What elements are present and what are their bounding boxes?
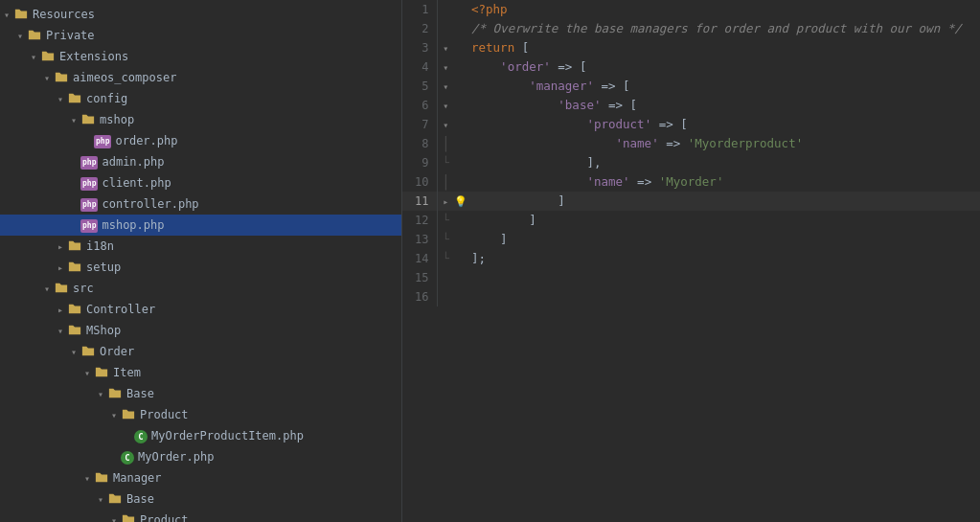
tree-label-src: src: [73, 282, 94, 295]
tree-item-product_dir2[interactable]: ▾Product: [0, 510, 401, 522]
tree-item-extensions[interactable]: ▾Extensions: [0, 46, 401, 67]
code-content-10: 'name' => 'Myorder': [467, 172, 980, 192]
fold-gutter-3[interactable]: ▾: [437, 38, 454, 57]
tree-item-base_dir1[interactable]: ▾Base: [0, 383, 401, 404]
tree-item-controller_dir[interactable]: ▸Controller: [0, 299, 401, 320]
tree-item-order_php[interactable]: phporder.php: [0, 130, 401, 151]
tree-item-src[interactable]: ▾src: [0, 278, 401, 299]
fold-gutter-5[interactable]: ▾: [437, 77, 454, 96]
fold-gutter-11[interactable]: ▸: [437, 192, 454, 211]
tree-arrow-resources: ▾: [0, 10, 13, 20]
tree-item-controller_php[interactable]: phpcontroller.php: [0, 193, 401, 215]
tree-label-admin_php: admin.php: [102, 155, 164, 169]
tree-item-manager_dir[interactable]: ▾Manager: [0, 467, 401, 488]
line-number-1: 1: [402, 0, 437, 19]
folder-icon-order_dir: [80, 344, 96, 359]
code-content-15: [467, 268, 980, 287]
line-number-9: 9: [402, 153, 437, 172]
fold-gutter-13[interactable]: └: [437, 230, 454, 249]
tree-item-setup[interactable]: ▸setup: [0, 257, 401, 278]
tree-label-order_dir: Order: [100, 345, 134, 358]
tree-label-base_dir1: Base: [126, 387, 154, 400]
fold-gutter-12[interactable]: └: [437, 211, 454, 230]
tree-item-mshop[interactable]: ▾mshop: [0, 109, 401, 130]
line-number-13: 13: [402, 230, 437, 249]
code-line-5: 5▾ 'manager' => [: [402, 77, 980, 96]
folder-icon-mshop_dir: [67, 323, 82, 338]
code-line-13: 13└ ]: [402, 230, 980, 249]
tree-item-mshop_dir[interactable]: ▾MShop: [0, 320, 401, 341]
tree-arrow-order_dir: ▾: [67, 347, 80, 357]
code-content-14: ];: [467, 249, 980, 268]
code-content-13: ]: [467, 230, 980, 249]
tree-label-setup: setup: [86, 261, 121, 274]
tree-item-config[interactable]: ▾config: [0, 88, 401, 109]
line-number-11: 11: [402, 192, 437, 211]
fold-open-icon: ▾: [443, 101, 448, 111]
fold-gutter-15[interactable]: [437, 268, 454, 287]
tree-item-private[interactable]: ▾Private: [0, 25, 401, 46]
fold-close-icon[interactable]: ▸: [443, 196, 448, 207]
folder-icon-i18n: [67, 238, 82, 254]
token: 'Myorder': [659, 174, 724, 189]
tree-arrow-private: ▾: [13, 31, 27, 41]
tree-arrow-i18n: ▸: [54, 241, 67, 252]
php-file-icon-controller_php: php: [80, 196, 98, 212]
fold-gutter-16[interactable]: [437, 287, 454, 306]
tree-item-myorder_php1[interactable]: CMyOrder.php: [0, 446, 401, 467]
tree-item-myorderproductitem_php[interactable]: CMyOrderProductItem.php: [0, 425, 401, 446]
token: /* Overwrite the base managers for order…: [471, 21, 962, 35]
token: 'base': [558, 98, 601, 112]
gutter-7: [454, 115, 467, 134]
tree-label-item_dir: Item: [113, 366, 141, 379]
tree-arrow-mshop_dir: ▾: [54, 326, 67, 336]
lightbulb-icon[interactable]: 💡: [454, 195, 467, 208]
fold-gutter-9[interactable]: └: [437, 153, 454, 172]
line-number-14: 14: [402, 249, 437, 268]
fold-line-icon: │: [442, 136, 449, 151]
tree-item-base_dir2[interactable]: ▾Base: [0, 488, 401, 510]
fold-gutter-1[interactable]: [437, 0, 454, 19]
gutter-16: [454, 287, 467, 306]
tree-arrow-config: ▾: [54, 94, 67, 104]
tree-label-controller_dir: Controller: [86, 303, 155, 316]
tree-item-client_php[interactable]: phpclient.php: [0, 172, 401, 193]
fold-gutter-7[interactable]: ▾: [437, 115, 454, 134]
tree-arrow-item_dir: ▾: [80, 368, 94, 378]
folder-icon-aimeos_composer: [54, 70, 69, 85]
fold-gutter-10[interactable]: │: [437, 172, 454, 192]
tree-item-resources[interactable]: ▾Resources: [0, 4, 401, 25]
tree-item-mshop_php[interactable]: phpmshop.php: [0, 215, 401, 236]
line-number-4: 4: [402, 57, 437, 77]
gutter-12: [454, 211, 467, 230]
gutter-11: 💡: [454, 192, 467, 211]
line-number-16: 16: [402, 287, 437, 306]
tree-label-aimeos_composer: aimeos_composer: [73, 71, 176, 84]
fold-end-icon: └: [443, 233, 449, 246]
fold-gutter-2[interactable]: [437, 19, 454, 38]
token: <?php: [471, 2, 508, 16]
fold-gutter-14[interactable]: └: [437, 249, 454, 268]
tree-arrow-extensions: ▾: [27, 52, 40, 62]
line-number-2: 2: [402, 19, 437, 38]
tree-item-i18n[interactable]: ▸i18n: [0, 236, 401, 257]
php-file-icon-client_php: php: [80, 175, 98, 191]
token: => [: [551, 59, 587, 74]
fold-gutter-6[interactable]: ▾: [437, 96, 454, 115]
code-line-10: 10│ 'name' => 'Myorder': [402, 172, 980, 192]
tree-item-order_dir[interactable]: ▾Order: [0, 341, 401, 362]
fold-end-icon: └: [443, 156, 449, 170]
tree-item-item_dir[interactable]: ▾Item: [0, 362, 401, 383]
tree-item-product_dir1[interactable]: ▾Product: [0, 404, 401, 425]
code-editor[interactable]: 1<?php2/* Overwrite the base managers fo…: [402, 0, 980, 522]
tree-item-aimeos_composer[interactable]: ▾aimeos_composer: [0, 67, 401, 88]
code-line-16: 16: [402, 287, 980, 306]
fold-gutter-4[interactable]: ▾: [437, 57, 454, 77]
gutter-4: [454, 57, 467, 77]
tree-item-admin_php[interactable]: phpadmin.php: [0, 151, 401, 172]
code-content-9: ],: [467, 153, 980, 172]
fold-end-icon: └: [443, 252, 449, 265]
token: [471, 79, 529, 93]
code-line-11: 11▸💡 ]: [402, 192, 980, 211]
fold-gutter-8[interactable]: │: [437, 134, 454, 153]
